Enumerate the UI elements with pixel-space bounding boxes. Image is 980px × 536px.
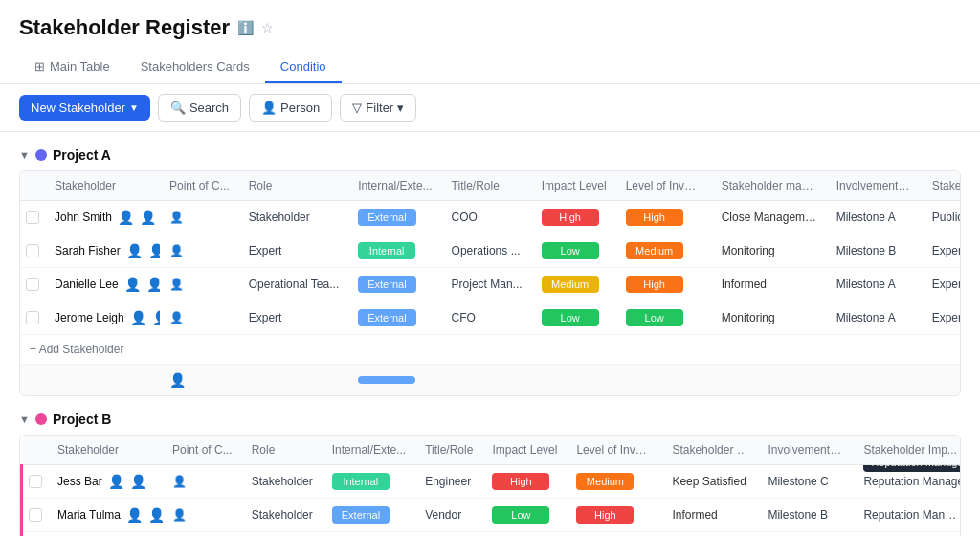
mapping-cell: Keep Satisfied xyxy=(662,465,758,499)
impact-badge[interactable]: Low xyxy=(492,506,549,524)
tab-stakeholders-cards[interactable]: Stakeholders Cards xyxy=(125,52,265,83)
page-title: Stakeholder Register xyxy=(19,15,230,40)
col-impact-b: Impact Level xyxy=(482,436,567,465)
col-stakeholder: Stakeholder xyxy=(45,171,160,201)
row-checkbox[interactable] xyxy=(20,268,45,302)
project-a-header[interactable]: ▼ Project A xyxy=(19,147,961,163)
col-internal-b: Internal/Exte... xyxy=(323,436,415,465)
person2-icon: 👤 xyxy=(148,243,160,258)
toggle-icon-b: ▼ xyxy=(19,413,30,425)
col-title: Title/Role xyxy=(442,171,532,201)
project-b-section: ▼ Project B Stakeholder Point of C... Ro… xyxy=(19,412,961,536)
row-checkbox[interactable] xyxy=(20,201,45,234)
involvement-badge[interactable]: Medium xyxy=(576,473,634,490)
involvement-badge[interactable]: High xyxy=(576,506,634,524)
new-stakeholder-button[interactable]: New Stakeholder ▼ xyxy=(19,95,150,121)
col-milestone-b: Involvement Mile... xyxy=(758,436,854,465)
involvement-badge[interactable]: Low xyxy=(626,309,683,326)
involvement-cell: Low xyxy=(616,302,712,335)
tab-main-table[interactable]: ⊞ Main Table xyxy=(19,52,125,83)
row-checkbox[interactable] xyxy=(20,302,45,335)
add-stakeholder-row[interactable]: + Add Stakeholder xyxy=(20,335,961,365)
impact-badge[interactable]: Medium xyxy=(542,276,599,293)
internal-external-badge[interactable]: External xyxy=(358,309,415,326)
col-check xyxy=(20,171,45,201)
internal-external-badge[interactable]: External xyxy=(358,209,415,226)
internal-external-cell: External xyxy=(348,302,441,335)
col-importance-b: Stakeholder Imp... xyxy=(854,436,961,465)
title-cell: Project Man... xyxy=(442,268,532,302)
person2-icon: 👤 xyxy=(130,474,146,489)
person-icon: 👤 xyxy=(108,474,124,489)
point-of-contact: 👤 xyxy=(160,201,239,234)
project-b-dot xyxy=(35,413,47,425)
involvement-badge[interactable]: High xyxy=(626,276,683,293)
row-checkbox[interactable] xyxy=(22,532,49,537)
importance-cell: Expertise xyxy=(923,302,961,335)
internal-external-cell: External xyxy=(323,532,415,537)
impact-cell: Low xyxy=(532,302,616,335)
person-button[interactable]: 👤 Person xyxy=(249,94,332,122)
involvement-cell: Medium xyxy=(567,465,662,499)
internal-external-badge[interactable]: External xyxy=(358,276,415,293)
internal-external-cell: External xyxy=(323,499,415,532)
person-icon: 👤 xyxy=(261,100,277,115)
title-cell: CEO xyxy=(415,532,482,537)
milestone-cell: Milestone A xyxy=(827,268,923,302)
milestone-cell: Milestone A xyxy=(827,302,923,335)
col-stakeholder-b: Stakeholder xyxy=(48,436,163,465)
person-icon: 👤 xyxy=(130,310,146,325)
importance-cell: Expertise xyxy=(923,234,961,268)
internal-external-cell: External xyxy=(348,201,441,234)
person2-icon: 👤 xyxy=(152,310,160,325)
involvement-badge[interactable]: Medium xyxy=(626,242,683,259)
importance-cell: Publicity xyxy=(923,201,961,234)
col-mapping-b: Stakeholder mappi... xyxy=(662,436,758,465)
filter-chevron-icon: ▾ xyxy=(397,100,404,115)
col-point-b: Point of C... xyxy=(163,436,242,465)
table-row: Jess Bar 👤 👤 👤 Stakeholder Internal Engi… xyxy=(22,465,962,499)
importance-cell: Reputation Management Reputation Managem… xyxy=(854,465,961,499)
contact-icon: 👤 xyxy=(169,211,184,224)
search-button[interactable]: 🔍 Search xyxy=(158,94,241,122)
row-checkbox[interactable] xyxy=(22,465,49,499)
project-dot xyxy=(35,149,47,161)
row-checkbox[interactable] xyxy=(22,499,49,532)
tab-conditio[interactable]: Conditio xyxy=(265,52,342,83)
mapping-cell: Monitoring xyxy=(712,234,827,268)
impact-badge[interactable]: High xyxy=(492,473,549,490)
row-checkbox[interactable] xyxy=(20,234,45,268)
star-icon[interactable]: ☆ xyxy=(261,20,274,35)
role-cell: Expert xyxy=(239,234,349,268)
involvement-badge[interactable]: High xyxy=(626,209,683,226)
stakeholder-name: Jerome Leigh 👤 👤 xyxy=(45,302,160,335)
internal-external-cell: Internal xyxy=(323,465,415,499)
filter-button[interactable]: ▽ Filter ▾ xyxy=(340,94,416,122)
internal-external-cell: Internal xyxy=(348,234,441,268)
mapping-cell: Monitoring xyxy=(712,302,827,335)
role-cell: Stakeholder xyxy=(242,465,323,499)
role-cell: Expert xyxy=(239,302,349,335)
impact-badge[interactable]: High xyxy=(542,209,599,226)
point-of-contact: 👤 xyxy=(160,302,239,335)
milestone-cell: Milestone A xyxy=(827,201,923,234)
toggle-icon: ▼ xyxy=(19,149,30,161)
role-cell: Stakeholder xyxy=(242,532,323,537)
col-involvement-b: Level of Invol... xyxy=(567,436,662,465)
col-milestone: Involvement Mile... xyxy=(827,171,923,201)
project-b-label: Project B xyxy=(53,412,111,427)
title-cell: COO xyxy=(442,201,532,234)
internal-external-badge[interactable]: Internal xyxy=(332,473,390,490)
info-icon[interactable]: ℹ️ xyxy=(237,20,254,35)
internal-external-badge[interactable]: Internal xyxy=(358,242,415,259)
stakeholder-name: Danielle Lee 👤 👤 xyxy=(45,268,160,302)
contact-icon: 👤 xyxy=(172,475,187,488)
table-row: John Smith 👤 👤 👤 Stakeholder External CO… xyxy=(20,201,961,234)
role-cell: Stakeholder xyxy=(242,499,323,532)
internal-external-badge[interactable]: External xyxy=(332,506,390,524)
contact-icon: 👤 xyxy=(169,311,184,324)
impact-cell: Medium xyxy=(532,268,616,302)
impact-badge[interactable]: Low xyxy=(542,242,599,259)
impact-badge[interactable]: Low xyxy=(542,309,599,326)
project-b-header[interactable]: ▼ Project B xyxy=(19,412,961,427)
